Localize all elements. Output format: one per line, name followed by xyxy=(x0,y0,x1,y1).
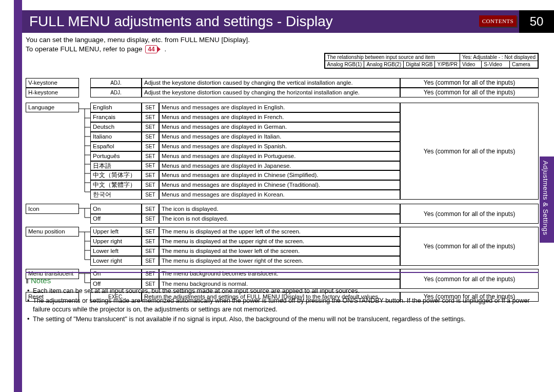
row-language-common: Yes (common for all of the inputs) xyxy=(400,103,539,200)
section-side-tab-text: Adjustments & Settings xyxy=(542,161,549,235)
legend-col-5: S-Video xyxy=(482,61,510,68)
intro-line-1: You can set the language, menu display, … xyxy=(26,36,539,44)
tree-connector-icon xyxy=(79,227,90,264)
note-item-2: The setting of "Menu translucent" is not… xyxy=(26,315,539,324)
lang-desc-0: Menus and messages are displayed in Engl… xyxy=(159,103,400,112)
notes-section: Notes Each item can be set at all input … xyxy=(26,276,539,325)
lang-opt-6: 日本語 xyxy=(90,161,142,171)
legend-col-2: Digital RGB xyxy=(404,61,435,68)
legend-col-4: Video xyxy=(460,61,481,68)
legend-col-6: Camera xyxy=(510,61,538,68)
legend-col-0: Analog RGB(1) xyxy=(325,61,364,68)
row-language-label: Language xyxy=(26,103,79,112)
legend-col-3: Y/PB/PR xyxy=(435,61,460,68)
note-item-0: Each item can be set at all input source… xyxy=(26,287,539,296)
page-ref-link[interactable]: 44 xyxy=(145,45,157,53)
note-item-1: The adjustments or settings made are mem… xyxy=(26,297,539,314)
page-title: FULL MENU adjustments and settings - Dis… xyxy=(22,10,531,33)
row-icon-common: Yes (common for all of the inputs) xyxy=(400,204,539,224)
page-number: 50 xyxy=(519,10,554,33)
row-menupos-common: Yes (common for all of the inputs) xyxy=(400,227,539,266)
row-vkeystone-tag: ADJ. xyxy=(90,78,142,88)
legend-key: Yes: Adjustable - : Not displayed xyxy=(460,54,538,61)
lang-set-0: SET xyxy=(142,103,159,112)
row-hkeystone-tag: ADJ. xyxy=(90,88,142,97)
lang-opt-5: Português xyxy=(90,151,142,161)
row-vkeystone-label: V-keystone xyxy=(26,78,79,88)
lang-opt-8: 中文（繁體字） xyxy=(90,180,142,190)
contents-button[interactable]: CONTENTS xyxy=(479,15,517,27)
row-icon-label: Icon xyxy=(26,204,79,214)
lang-opt-3: Italiano xyxy=(90,132,142,142)
row-vkeystone-desc: Adjust the keystone distortion caused by… xyxy=(142,78,400,88)
intro-line-2-prefix: To operate FULL MENU, refer to page xyxy=(26,45,144,53)
tree-connector-icon xyxy=(79,204,90,222)
lang-opt-2: Deutsch xyxy=(90,122,142,132)
legend-box: The relationship between input source an… xyxy=(324,53,539,69)
intro-line-2-suffix: . xyxy=(164,45,166,53)
side-stripe xyxy=(14,0,22,392)
section-divider xyxy=(26,272,539,273)
row-menupos-label: Menu position xyxy=(26,227,79,237)
section-side-tab: Adjustments & Settings xyxy=(540,156,554,243)
legend-col-1: Analog RGB(2) xyxy=(364,61,404,68)
row-hkeystone-desc: Adjust the keystone distortion caused by… xyxy=(142,88,400,97)
lang-opt-7: 中文（简体字） xyxy=(90,170,142,180)
intro-line-2: To operate FULL MENU, refer to page 44 . xyxy=(26,45,539,53)
lang-opt-1: Français xyxy=(90,112,142,122)
row-hkeystone-label: H-keystone xyxy=(26,88,79,97)
legend-desc: The relationship between input source an… xyxy=(325,54,460,61)
page-header: FULL MENU adjustments and settings - Dis… xyxy=(22,10,535,33)
lang-opt-4: Español xyxy=(90,142,142,151)
row-vkeystone-common: Yes (common for all of the inputs) xyxy=(400,78,539,88)
lang-opt-0: English xyxy=(90,103,142,112)
row-hkeystone-common: Yes (common for all of the inputs) xyxy=(400,88,539,97)
tree-connector-icon xyxy=(79,104,90,197)
lang-opt-9: 한국어 xyxy=(90,190,142,200)
settings-table: V-keystone ADJ. Adjust the keystone dist… xyxy=(26,78,539,302)
notes-heading: Notes xyxy=(26,276,539,285)
